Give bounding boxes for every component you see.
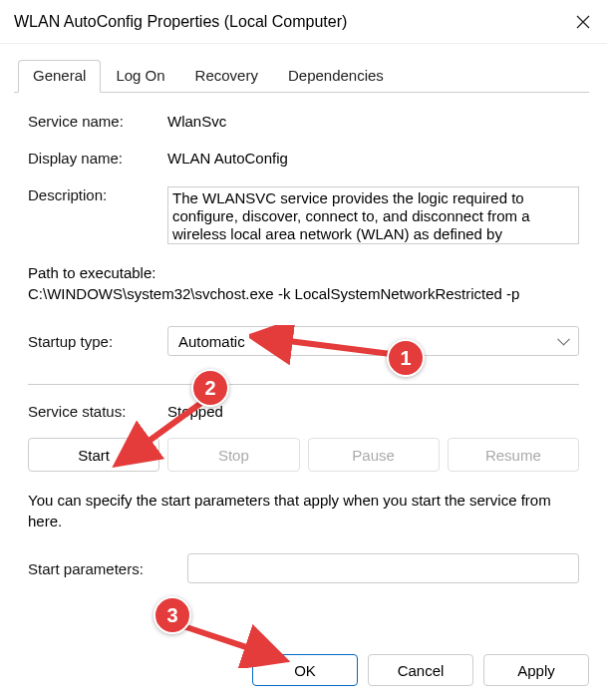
service-status-label: Service status: [28, 403, 167, 420]
general-panel: Service name: WlanSvc Display name: WLAN… [18, 93, 589, 613]
stop-button: Stop [167, 438, 299, 472]
startup-type-label: Startup type: [28, 333, 167, 350]
tab-recovery[interactable]: Recovery [180, 60, 273, 93]
annotation-circle-3: 3 [153, 596, 191, 634]
pause-button: Pause [308, 438, 440, 472]
path-value: C:\WINDOWS\system32\svchost.exe -k Local… [28, 285, 579, 302]
tabstrip: General Log On Recovery Dependencies [14, 60, 589, 93]
window-title: WLAN AutoConfig Properties (Local Comput… [14, 13, 347, 31]
description-box[interactable]: The WLANSVC service provides the logic r… [167, 186, 579, 244]
titlebar: WLAN AutoConfig Properties (Local Comput… [0, 0, 607, 44]
start-parameters-input[interactable] [187, 553, 579, 583]
startup-type-value: Automatic [178, 333, 245, 350]
display-name-label: Display name: [28, 150, 167, 167]
start-param-hint: You can specify the start parameters tha… [28, 490, 579, 531]
startup-type-select[interactable]: Automatic [167, 326, 579, 356]
description-label: Description: [28, 186, 167, 203]
tab-dependencies[interactable]: Dependencies [273, 60, 399, 93]
tab-log-on[interactable]: Log On [101, 60, 179, 93]
start-parameters-label: Start parameters: [28, 560, 187, 577]
annotation-circle-1: 1 [387, 339, 425, 377]
service-name-value: WlanSvc [167, 113, 579, 130]
start-button[interactable]: Start [28, 438, 159, 472]
tab-general[interactable]: General [18, 60, 101, 93]
close-button[interactable] [559, 0, 607, 44]
ok-button[interactable]: OK [252, 654, 358, 686]
annotation-circle-2: 2 [191, 369, 229, 407]
close-icon [576, 15, 590, 29]
path-label: Path to executable: [28, 264, 579, 281]
cancel-button[interactable]: Cancel [368, 654, 473, 686]
display-name-value: WLAN AutoConfig [167, 150, 579, 167]
apply-button[interactable]: Apply [483, 654, 589, 686]
service-name-label: Service name: [28, 113, 167, 130]
resume-button: Resume [448, 438, 579, 472]
separator [28, 384, 579, 385]
